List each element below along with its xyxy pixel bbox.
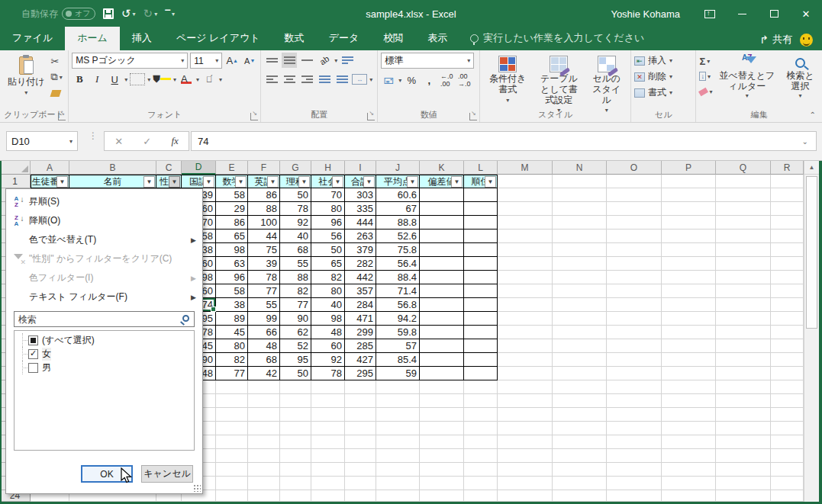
empty-cell[interactable]	[420, 435, 464, 449]
empty-cell[interactable]	[771, 257, 804, 271]
expand-formula-bar-button[interactable]: ⌄	[802, 137, 808, 146]
empty-cell[interactable]	[498, 298, 553, 312]
empty-cell[interactable]	[716, 435, 771, 449]
data-cell[interactable]	[420, 188, 464, 202]
empty-cell[interactable]	[716, 463, 771, 477]
empty-cell[interactable]	[280, 435, 311, 449]
empty-cell[interactable]	[248, 408, 280, 422]
empty-cell[interactable]	[420, 477, 464, 490]
empty-cell[interactable]	[553, 202, 607, 216]
data-cell-H2[interactable]: 70	[311, 188, 345, 202]
data-cell-F13[interactable]: 48	[248, 339, 280, 353]
data-cell[interactable]	[420, 284, 464, 298]
empty-cell[interactable]	[216, 477, 248, 490]
empty-cell[interactable]	[771, 422, 804, 435]
empty-cell[interactable]	[607, 353, 662, 367]
empty-cell[interactable]	[607, 298, 662, 312]
data-cell-H6[interactable]: 50	[311, 243, 345, 257]
row-header-1[interactable]: 1	[0, 175, 31, 188]
merge-center-button[interactable]: ↔	[352, 74, 367, 85]
data-cell[interactable]	[464, 298, 498, 312]
column-header-E[interactable]: E	[216, 161, 248, 175]
empty-cell[interactable]	[662, 339, 716, 353]
data-cell-G2[interactable]: 50	[280, 188, 311, 202]
data-cell-H11[interactable]: 98	[311, 312, 345, 326]
data-cell[interactable]	[420, 202, 464, 216]
data-cell-E13[interactable]: 80	[216, 339, 248, 353]
filter-button-3[interactable]: ▼	[169, 176, 180, 188]
empty-cell[interactable]	[716, 326, 771, 339]
align-center-button[interactable]	[282, 72, 297, 87]
empty-cell[interactable]	[498, 312, 553, 326]
empty-cell[interactable]	[662, 353, 716, 367]
empty-cell[interactable]	[607, 271, 662, 284]
tab-home[interactable]: ホーム	[65, 27, 120, 50]
empty-cell[interactable]	[498, 284, 553, 298]
empty-cell[interactable]	[498, 477, 553, 490]
data-cell-H13[interactable]: 60	[311, 339, 345, 353]
empty-cell[interactable]	[498, 216, 553, 230]
data-cell-I11[interactable]: 471	[345, 312, 376, 326]
decrease-indent-button[interactable]	[317, 72, 332, 87]
empty-cell[interactable]	[607, 477, 662, 490]
column-header-H[interactable]: H	[311, 161, 345, 175]
filter-item-女[interactable]: 女	[19, 347, 194, 361]
data-cell[interactable]	[464, 339, 498, 353]
filter-search-box[interactable]	[14, 311, 195, 327]
menu-sort-descending[interactable]: ZA↓ 降順(O)	[6, 211, 202, 230]
data-cell-G11[interactable]: 90	[280, 312, 311, 326]
data-cell-I14[interactable]: 427	[345, 353, 376, 367]
empty-cell[interactable]	[345, 449, 376, 463]
data-cell-E5[interactable]: 65	[216, 230, 248, 243]
data-cell-I5[interactable]: 263	[345, 230, 376, 243]
empty-cell[interactable]	[662, 175, 716, 188]
ribbon-display-options-button[interactable]	[694, 0, 726, 27]
empty-cell[interactable]	[716, 202, 771, 216]
format-as-table-button[interactable]: テーブルとして書式設定 ▾	[532, 53, 585, 117]
maximize-button[interactable]	[758, 0, 790, 27]
empty-cell[interactable]	[662, 298, 716, 312]
empty-cell[interactable]	[662, 477, 716, 490]
empty-cell[interactable]	[716, 257, 771, 271]
tab-file[interactable]: ファイル	[0, 27, 65, 50]
empty-cell[interactable]	[498, 202, 553, 216]
font-name-select[interactable]: MS Pゴシック▾	[72, 53, 188, 69]
filter-item-select-all[interactable]: (すべて選択)	[19, 333, 194, 347]
empty-cell[interactable]	[498, 367, 553, 380]
delete-cells-button[interactable]: ✕ 削除▾	[634, 69, 692, 85]
format-painter-button[interactable]	[51, 86, 63, 100]
data-cell-E12[interactable]: 45	[216, 326, 248, 339]
tab-data[interactable]: データ	[317, 27, 372, 50]
empty-cell[interactable]	[553, 257, 607, 271]
insert-function-button[interactable]: fx	[171, 135, 178, 147]
empty-cell[interactable]	[216, 394, 248, 408]
comma-format-button[interactable]: ,	[421, 72, 437, 88]
empty-cell[interactable]	[553, 271, 607, 284]
data-cell[interactable]	[464, 353, 498, 367]
empty-cell[interactable]	[662, 243, 716, 257]
scroll-up-arrow-icon[interactable]: ▲	[804, 161, 819, 175]
customize-qat-button[interactable]: ▔▾	[165, 10, 175, 18]
empty-cell[interactable]	[464, 449, 498, 463]
filter-search-input[interactable]	[15, 312, 194, 326]
checkbox-checked-icon[interactable]	[28, 349, 38, 359]
tab-view[interactable]: 表示	[415, 27, 459, 50]
empty-cell[interactable]	[553, 326, 607, 339]
column-header-G[interactable]: G	[280, 161, 311, 175]
data-cell-H7[interactable]: 65	[311, 257, 345, 271]
empty-cell[interactable]	[345, 394, 376, 408]
empty-cell[interactable]	[498, 394, 553, 408]
column-header-J[interactable]: J	[376, 161, 420, 175]
redo-button[interactable]: ↻▾	[143, 7, 158, 21]
empty-cell[interactable]	[662, 312, 716, 326]
filter-button-2[interactable]: ▼	[143, 176, 155, 188]
data-cell-G8[interactable]: 88	[280, 271, 311, 284]
data-cell-J7[interactable]: 56.4	[376, 257, 420, 271]
tab-page-layout[interactable]: ページ レイアウト	[164, 27, 272, 50]
tell-me-box[interactable]: 実行したい作業を入力してください	[459, 27, 655, 50]
empty-cell[interactable]	[771, 243, 804, 257]
filter-button-7[interactable]: ▼	[298, 176, 310, 188]
filter-button-10[interactable]: ▼	[407, 176, 418, 188]
empty-cell[interactable]	[553, 312, 607, 326]
data-cell[interactable]	[420, 353, 464, 367]
